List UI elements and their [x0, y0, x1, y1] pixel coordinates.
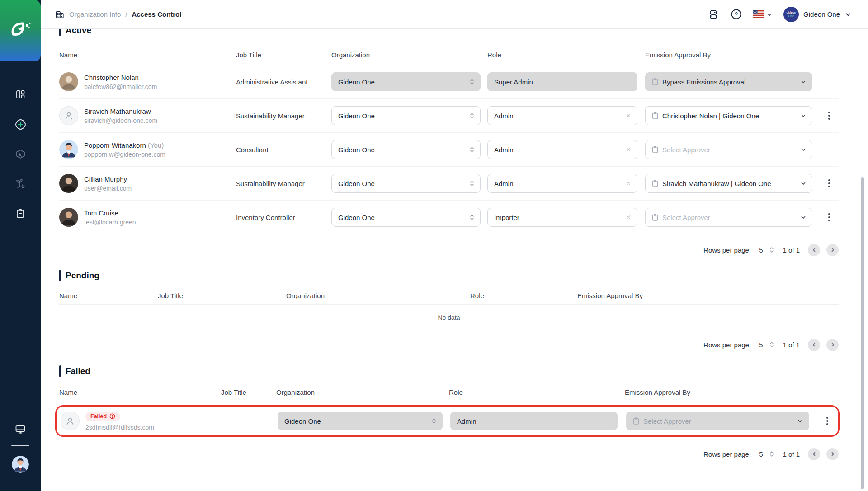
- next-page-button[interactable]: [826, 244, 839, 256]
- row-actions-menu[interactable]: [826, 210, 833, 224]
- column-header: Job Title: [221, 388, 276, 396]
- sidebar-item-access-control[interactable]: [14, 208, 26, 220]
- section-title-active: Active: [59, 29, 839, 36]
- organization-select[interactable]: Gideon One: [331, 208, 481, 227]
- status-badge: Failed: [85, 412, 120, 421]
- org-switcher-button[interactable]: [708, 9, 719, 20]
- chevron-right-icon: [830, 341, 836, 348]
- clipboard-small-icon: [633, 417, 639, 425]
- clipboard-small-icon: [652, 112, 658, 119]
- column-header: Organization: [286, 292, 470, 299]
- sidebar-item-dashboard[interactable]: [14, 89, 26, 100]
- rows-per-page-stepper[interactable]: [769, 341, 774, 349]
- help-icon: ?: [731, 9, 742, 20]
- row-actions-menu[interactable]: [824, 414, 831, 428]
- job-title: Sustainability Manager: [236, 112, 331, 120]
- previous-page-button[interactable]: [808, 448, 820, 460]
- rows-per-page-stepper[interactable]: [769, 450, 774, 458]
- approver-select[interactable]: Select Approver: [626, 412, 809, 430]
- user-email: balefew862@nmaller.com: [84, 83, 157, 90]
- column-header: Job Title: [236, 51, 331, 59]
- job-title: Administrative Assistant: [236, 78, 331, 86]
- clipboard-icon: [15, 208, 26, 219]
- role-select[interactable]: Admin: [487, 174, 637, 193]
- stepper-icon: [469, 112, 475, 120]
- app-logo[interactable]: [0, 0, 41, 61]
- job-title: Inventory Controller: [236, 214, 331, 221]
- role-select[interactable]: Super Admin: [487, 72, 637, 91]
- rows-per-page-stepper[interactable]: [769, 246, 774, 254]
- avatar-placeholder: [59, 106, 78, 125]
- job-title: Sustainability Manager: [236, 180, 331, 187]
- title-accent-bar: [59, 365, 61, 377]
- profile-avatar[interactable]: [12, 456, 29, 473]
- breadcrumb-section[interactable]: Organization Info: [69, 10, 121, 18]
- approver-select[interactable]: Christopher Nolan | Gideon One: [645, 106, 812, 125]
- chevron-down-icon: [844, 11, 852, 18]
- approver-select[interactable]: Siravich Mathanukraw | Gideon One: [645, 174, 812, 193]
- sidebar-item-add[interactable]: [14, 118, 26, 130]
- organization-select[interactable]: Gideon One: [331, 72, 481, 91]
- failed-pagination: Rows per page: 5 1 of 1: [59, 446, 839, 462]
- user-name: Tom Cruise: [84, 209, 136, 217]
- language-selector[interactable]: [753, 10, 773, 18]
- role-select[interactable]: Admin: [487, 140, 637, 159]
- monitor-icon: [14, 423, 26, 435]
- approver-select[interactable]: Bypass Emissions Approval: [645, 72, 812, 91]
- approver-select[interactable]: Select Approver: [645, 208, 812, 227]
- clipboard-small-icon: [652, 78, 658, 85]
- sidebar-item-display[interactable]: [14, 423, 26, 435]
- vertical-scrollbar[interactable]: [861, 177, 864, 489]
- avatar-placeholder: [61, 412, 80, 430]
- organization-select[interactable]: Gideon One: [331, 140, 481, 159]
- clear-icon[interactable]: [625, 112, 632, 119]
- clear-icon[interactable]: [625, 146, 632, 153]
- chevron-left-icon: [811, 451, 817, 457]
- page-info: 1 of 1: [783, 246, 800, 254]
- chevron-down-icon: [800, 214, 807, 220]
- role-select[interactable]: Admin: [487, 106, 637, 125]
- rows-per-page-label: Rows per page:: [703, 341, 751, 349]
- user-email: popporn.w@gideon-one.com: [84, 151, 165, 158]
- table-row: Christopher Nolan balefew862@nmaller.com…: [59, 65, 839, 99]
- organization-select[interactable]: Gideon One: [331, 174, 481, 193]
- role-select[interactable]: Importer: [487, 208, 637, 227]
- stepper-icon: [469, 213, 475, 221]
- chevron-down-icon: [766, 11, 773, 18]
- table-row: Popporn Witanakorn (You) popporn.w@gideo…: [59, 133, 839, 167]
- previous-page-button[interactable]: [808, 244, 820, 256]
- column-header: Name: [59, 388, 221, 396]
- add-square-icon: [15, 119, 26, 130]
- sidebar: [0, 0, 41, 491]
- home-energy-icon: [15, 149, 26, 159]
- sidebar-item-energy-home[interactable]: [14, 148, 26, 160]
- organization-select[interactable]: Gideon One: [278, 412, 443, 430]
- sidebar-divider: [11, 445, 29, 446]
- next-page-button[interactable]: [826, 448, 839, 460]
- previous-page-button[interactable]: [808, 339, 820, 351]
- us-flag-icon: [753, 10, 764, 18]
- sidebar-item-green-energy[interactable]: [14, 178, 26, 190]
- help-button[interactable]: ?: [730, 9, 742, 20]
- row-actions-menu[interactable]: [826, 177, 833, 190]
- next-page-button[interactable]: [826, 339, 839, 351]
- breadcrumb-current-page: Access Control: [132, 10, 181, 18]
- chevron-right-icon: [830, 247, 836, 253]
- approver-select[interactable]: Select Approver: [645, 140, 812, 159]
- avatar: [59, 140, 78, 159]
- column-header: Organization: [331, 51, 487, 59]
- stepper-icon: [469, 179, 475, 187]
- avatar: [59, 72, 78, 91]
- user-email: user@email.com: [84, 185, 132, 192]
- column-header: Name: [59, 51, 236, 59]
- chevron-left-icon: [811, 247, 817, 253]
- svg-text:?: ?: [735, 11, 738, 18]
- table-row: Cillian Murphy user@email.com Sustainabi…: [59, 167, 839, 201]
- clear-icon[interactable]: [625, 180, 632, 187]
- organization-select[interactable]: Gideon One: [331, 106, 481, 125]
- user-menu[interactable]: gideon One Gideon One: [783, 7, 852, 22]
- main-content: Active Name Job Title Organization Role …: [41, 29, 868, 491]
- clear-icon[interactable]: [625, 214, 632, 220]
- role-select[interactable]: Admin: [450, 412, 618, 430]
- row-actions-menu[interactable]: [826, 109, 833, 122]
